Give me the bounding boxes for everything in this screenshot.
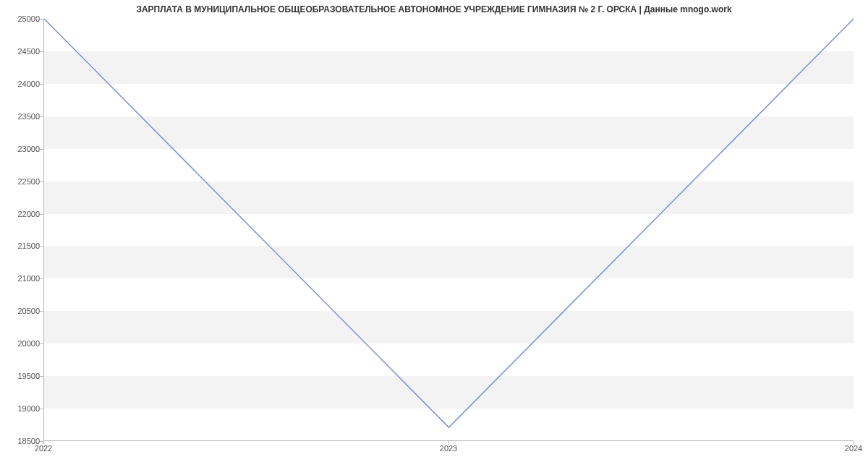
y-tick-label: 19500 <box>0 372 40 380</box>
y-tick-label: 23500 <box>0 112 40 121</box>
x-tick-label: 2022 <box>35 444 52 453</box>
y-tick-mark <box>40 311 43 312</box>
plot-area <box>43 19 854 441</box>
y-tick-mark <box>40 246 43 247</box>
y-tick-mark <box>40 181 43 182</box>
y-tick-label: 20500 <box>0 307 40 315</box>
line-series <box>44 19 854 440</box>
x-tick-label: 2023 <box>440 444 457 453</box>
y-tick-mark <box>40 409 43 409</box>
y-tick-label: 18500 <box>0 437 40 445</box>
y-tick-label: 24000 <box>0 80 40 88</box>
x-tick-mark <box>43 441 44 445</box>
y-tick-label: 19000 <box>0 404 40 413</box>
y-tick-mark <box>40 149 43 150</box>
y-tick-label: 22500 <box>0 177 40 186</box>
y-tick-label: 21000 <box>0 274 40 283</box>
y-tick-label: 23000 <box>0 145 40 153</box>
y-tick-mark <box>40 116 43 117</box>
y-tick-mark <box>40 343 43 344</box>
y-tick-mark <box>40 84 43 85</box>
chart-title: ЗАРПЛАТА В МУНИЦИПАЛЬНОЕ ОБЩЕОБРАЗОВАТЕЛ… <box>0 4 868 14</box>
y-tick-mark <box>40 376 43 377</box>
y-tick-label: 25000 <box>0 14 40 23</box>
y-tick-label: 21500 <box>0 242 40 250</box>
y-tick-label: 20000 <box>0 339 40 348</box>
chart-container: ЗАРПЛАТА В МУНИЦИПАЛЬНОЕ ОБЩЕОБРАЗОВАТЕЛ… <box>0 0 868 470</box>
y-tick-label: 24500 <box>0 47 40 56</box>
series-line <box>44 19 854 427</box>
y-tick-mark <box>40 51 43 52</box>
x-tick-mark <box>854 441 854 445</box>
y-tick-mark <box>40 278 43 279</box>
y-tick-mark <box>40 214 43 215</box>
x-tick-mark <box>448 441 449 445</box>
y-tick-label: 22000 <box>0 210 40 218</box>
y-tick-mark <box>40 19 43 20</box>
x-tick-label: 2024 <box>845 444 862 453</box>
